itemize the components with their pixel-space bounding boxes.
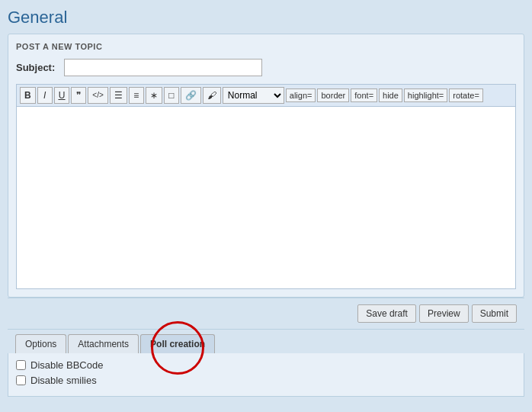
post-box: POST A NEW TOPIC Subject: B I U ❞ </> ☰ … (8, 34, 524, 298)
underline-button[interactable]: U (54, 87, 70, 104)
star-button[interactable]: ∗ (146, 87, 162, 104)
tab-options[interactable]: Options (15, 334, 66, 353)
quote-button[interactable]: ❞ (71, 87, 86, 104)
image-button[interactable]: □ (164, 87, 179, 104)
disable-bbcode-label: Disable BBCode (30, 359, 103, 371)
link-button[interactable]: 🔗 (181, 87, 201, 104)
disable-bbcode-row: Disable BBCode (16, 359, 516, 371)
hide-button[interactable]: hide (379, 89, 402, 102)
font-button[interactable]: font= (351, 89, 377, 102)
format-select[interactable]: Normal Heading 1 Heading 2 Heading 3 (223, 87, 284, 104)
disable-bbcode-checkbox[interactable] (16, 360, 26, 370)
code-button[interactable]: </> (88, 87, 107, 104)
post-box-header: POST A NEW TOPIC (16, 42, 516, 51)
preview-button[interactable]: Preview (419, 304, 469, 323)
list-ordered-button[interactable]: ≡ (129, 87, 144, 104)
highlight-button[interactable]: highlight= (404, 89, 447, 102)
options-panel: Disable BBCode Disable smilies (8, 353, 524, 397)
subject-row: Subject: (16, 59, 516, 76)
tab-attachments[interactable]: Attachments (68, 334, 139, 353)
rotate-button[interactable]: rotate= (449, 89, 483, 102)
page-title: General (8, 8, 524, 27)
subject-label: Subject: (16, 62, 58, 73)
paint-button[interactable]: 🖌 (203, 87, 221, 104)
subject-input[interactable] (64, 59, 262, 76)
disable-smilies-label: Disable smilies (30, 375, 97, 386)
tab-poll-creation[interactable]: Poll creation (140, 334, 215, 353)
disable-smilies-row: Disable smilies (16, 375, 516, 386)
editor-area[interactable] (16, 106, 516, 289)
disable-smilies-checkbox[interactable] (16, 375, 26, 385)
bold-button[interactable]: B (20, 87, 36, 104)
italic-button[interactable]: I (37, 87, 53, 104)
tabs-row: Options Attachments Poll creation (8, 329, 524, 353)
submit-button[interactable]: Submit (472, 304, 517, 323)
border-button[interactable]: border (317, 89, 349, 102)
bottom-bar: Save draft Preview Submit (8, 298, 524, 329)
toolbar: B I U ❞ </> ☰ ≡ ∗ □ 🔗 🖌 Normal Heading 1… (16, 84, 516, 106)
save-draft-button[interactable]: Save draft (357, 304, 416, 323)
align-button[interactable]: align= (286, 89, 316, 102)
list-bullet-button[interactable]: ☰ (110, 87, 127, 104)
page-wrapper: General POST A NEW TOPIC Subject: B I U … (0, 0, 532, 404)
